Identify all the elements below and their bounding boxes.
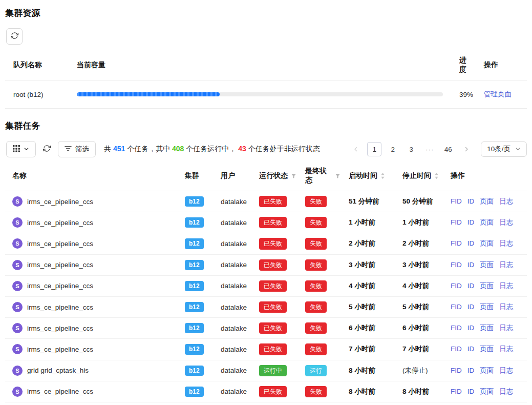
- filter-button[interactable]: 筛选: [58, 141, 96, 157]
- row-actions: FIDID页面日志: [446, 360, 527, 381]
- fid-link[interactable]: FID: [451, 324, 462, 332]
- page-1-button[interactable]: 1: [367, 142, 381, 156]
- task-name: irms_ce_pipeline_ccs: [27, 325, 93, 332]
- capacity-progress-bar: [77, 92, 443, 96]
- column-header-start-time[interactable]: 启动时间: [345, 161, 398, 191]
- refresh-tasks-button[interactable]: [42, 141, 52, 157]
- pager-jump-ellipsis[interactable]: ···: [422, 142, 437, 156]
- fid-link[interactable]: FID: [451, 303, 462, 311]
- start-time: 6 小时前: [349, 324, 375, 332]
- resources-toolbar: [6, 28, 527, 45]
- column-header-progress: 进度: [451, 53, 476, 80]
- page-link[interactable]: 页面: [480, 388, 494, 395]
- user-name: datalake: [221, 240, 247, 248]
- avatar: S: [12, 344, 23, 354]
- id-link[interactable]: ID: [467, 218, 475, 226]
- run-status-badge: 已失败: [259, 196, 287, 207]
- log-link[interactable]: 日志: [499, 388, 513, 395]
- fid-link[interactable]: FID: [451, 388, 462, 395]
- sort-icon[interactable]: [380, 172, 385, 179]
- cluster-badge: b12: [185, 196, 204, 207]
- page-link[interactable]: 页面: [480, 197, 494, 205]
- log-link[interactable]: 日志: [499, 218, 513, 226]
- log-link[interactable]: 日志: [499, 303, 513, 311]
- log-link[interactable]: 日志: [499, 367, 513, 374]
- fid-link[interactable]: FID: [451, 367, 462, 374]
- prev-page-button[interactable]: [349, 142, 363, 156]
- fid-link[interactable]: FID: [451, 345, 462, 353]
- fid-link[interactable]: FID: [451, 239, 462, 247]
- stop-time: 8 小时前: [402, 388, 429, 395]
- run-status-badge: 已失败: [259, 322, 287, 334]
- next-page-button[interactable]: [459, 142, 474, 156]
- run-status-badge: 已失败: [259, 259, 287, 271]
- columns-grid-icon: [13, 145, 20, 154]
- id-link[interactable]: ID: [467, 197, 475, 205]
- log-link[interactable]: 日志: [499, 197, 513, 205]
- page-link[interactable]: 页面: [480, 367, 494, 374]
- final-status-badge: 失败: [305, 259, 327, 271]
- column-header-stop-time[interactable]: 停止时间: [398, 161, 446, 191]
- row-actions: FIDID页面日志: [446, 191, 527, 212]
- avatar: S: [12, 302, 23, 312]
- table-row: S grid grid_cptask_his b12 datalake 运行中 …: [5, 360, 527, 381]
- columns-dropdown-button[interactable]: [6, 141, 36, 157]
- column-header-operations: 操作: [446, 161, 527, 191]
- fid-link[interactable]: FID: [451, 261, 462, 269]
- page-link[interactable]: 页面: [480, 303, 494, 311]
- id-link[interactable]: ID: [467, 367, 475, 374]
- funnel-filter-icon[interactable]: [291, 173, 296, 179]
- log-link[interactable]: 日志: [499, 324, 513, 332]
- final-status-badge: 运行: [305, 365, 327, 376]
- sort-icon[interactable]: [434, 172, 439, 179]
- id-link[interactable]: ID: [467, 239, 475, 247]
- user-name: datalake: [221, 282, 247, 290]
- funnel-filter-icon[interactable]: [335, 173, 341, 179]
- refresh-button[interactable]: [6, 28, 23, 45]
- id-link[interactable]: ID: [467, 324, 475, 332]
- fid-link[interactable]: FID: [451, 218, 462, 226]
- table-row: S irms_ce_pipeline_ccs b12 datalake 已失败 …: [5, 254, 527, 275]
- page-link[interactable]: 页面: [480, 218, 494, 226]
- start-time: 4 小时前: [349, 282, 375, 290]
- id-link[interactable]: ID: [467, 261, 475, 269]
- page-size-select[interactable]: 10条/页: [481, 141, 527, 157]
- page-link[interactable]: 页面: [480, 282, 494, 290]
- page-3-button[interactable]: 3: [404, 142, 418, 156]
- id-link[interactable]: ID: [467, 303, 475, 311]
- id-link[interactable]: ID: [467, 388, 475, 395]
- cluster-resources-table: 队列名称 当前容量 进度 操作 root (b12) 39% 管理页面: [5, 53, 527, 109]
- not-running-count: 43: [238, 145, 246, 153]
- page-link[interactable]: 页面: [480, 324, 494, 332]
- queue-name: root (b12): [5, 80, 69, 109]
- page-2-button[interactable]: 2: [386, 142, 400, 156]
- task-name: irms_ce_pipeline_ccs: [27, 198, 93, 206]
- final-status-badge: 失败: [305, 301, 327, 313]
- page-link[interactable]: 页面: [480, 261, 494, 269]
- final-status-badge: 失败: [305, 343, 327, 355]
- start-time: 1 小时前: [349, 218, 375, 226]
- log-link[interactable]: 日志: [499, 261, 513, 269]
- manage-page-link[interactable]: 管理页面: [484, 90, 512, 98]
- table-row: S irms_ce_pipeline_ccs b12 datalake 已失败 …: [5, 296, 527, 317]
- log-link[interactable]: 日志: [499, 282, 513, 290]
- log-link[interactable]: 日志: [499, 345, 513, 353]
- column-header-name: 名称: [5, 161, 181, 191]
- id-link[interactable]: ID: [467, 282, 475, 290]
- column-header-run-status: 运行状态: [255, 161, 301, 191]
- fid-link[interactable]: FID: [451, 282, 462, 290]
- task-name: irms_ce_pipeline_ccs: [27, 303, 93, 311]
- avatar: S: [12, 260, 23, 270]
- row-actions: FIDID页面日志: [446, 339, 527, 360]
- user-name: datalake: [221, 388, 247, 395]
- user-name: datalake: [221, 303, 247, 311]
- column-header-queue-name: 队列名称: [5, 53, 69, 80]
- task-name: irms_ce_pipeline_ccs: [27, 282, 93, 290]
- log-link[interactable]: 日志: [499, 239, 513, 247]
- fid-link[interactable]: FID: [451, 197, 462, 205]
- id-link[interactable]: ID: [467, 345, 475, 353]
- page-46-button[interactable]: 46: [441, 142, 455, 156]
- final-status-badge: 失败: [305, 196, 327, 207]
- page-link[interactable]: 页面: [480, 239, 494, 247]
- page-link[interactable]: 页面: [480, 345, 494, 353]
